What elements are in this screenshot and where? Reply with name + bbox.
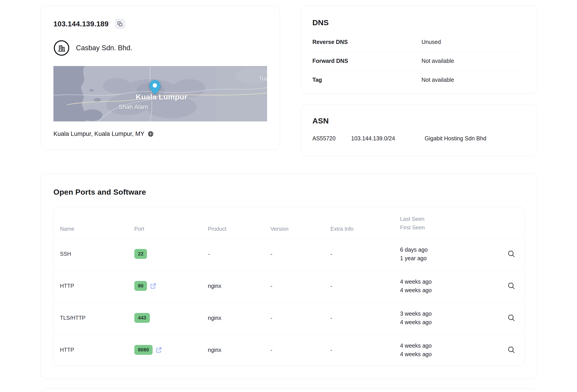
organization-row: Casbay Sdn. Bhd. [53, 40, 267, 56]
search-icon [507, 250, 515, 258]
first-seen-value: 4 weeks ago [400, 286, 498, 295]
dns-row-label: Forward DNS [312, 58, 422, 64]
dns-row-reverse: Reverse DNS Unused [312, 33, 526, 51]
dns-title: DNS [312, 18, 526, 27]
page: 103.144.139.189 Casbay Sdn. Bhd [0, 0, 577, 392]
asn-number: AS55720 [312, 135, 351, 142]
map-label-partial: Trian [259, 76, 267, 82]
header-product: Product [208, 226, 270, 232]
organization-name: Casbay Sdn. Bhd. [76, 44, 132, 52]
version-value: - [270, 315, 330, 321]
inspect-port-button[interactable] [505, 312, 518, 324]
port-row-tls-443: TLS/HTTP 443 nginx - - 3 weeks ago 4 wee… [54, 302, 524, 334]
asn-row: AS55720 103.144.139.0/24 Gigabit Hosting… [312, 135, 526, 142]
external-link-icon [150, 283, 156, 289]
service-name: HTTP [60, 283, 134, 289]
copy-icon [117, 21, 123, 27]
dns-row-label: Reverse DNS [312, 39, 422, 45]
last-seen-value: 4 weeks ago [400, 341, 498, 350]
first-seen-value: 1 year ago [400, 254, 498, 263]
next-card-edge [40, 388, 538, 392]
seen-cell: 3 weeks ago 4 weeks ago [400, 309, 498, 327]
last-seen-value: 6 days ago [400, 245, 498, 254]
ip-address: 103.144.139.189 [53, 20, 109, 28]
port-badge[interactable]: 443 [134, 313, 150, 323]
service-name: SSH [60, 251, 134, 257]
extra-info-value: - [330, 315, 400, 321]
header-first-seen: First Seen [400, 223, 498, 232]
search-icon [507, 282, 515, 290]
product-value: nginx [208, 315, 270, 321]
ip-overview-card: 103.144.139.189 Casbay Sdn. Bhd [40, 5, 280, 150]
search-icon [507, 346, 515, 354]
extra-info-value: - [330, 347, 400, 353]
product-value: nginx [208, 283, 270, 289]
globe-icon [148, 131, 154, 137]
dns-row-value: Not available [422, 77, 454, 83]
header-last-seen: Last Seen [400, 215, 498, 223]
header-seen: Last Seen First Seen [400, 215, 498, 232]
version-value: - [270, 251, 330, 257]
port-badge[interactable]: 8080 [134, 345, 153, 355]
inspect-port-button[interactable] [505, 344, 518, 356]
last-seen-value: 3 weeks ago [400, 309, 498, 318]
dns-row-forward: Forward DNS Not available [312, 51, 526, 70]
asn-title: ASN [312, 116, 526, 125]
location-row: Kuala Lumpur, Kuala Lumpur, MY [53, 131, 267, 137]
dns-row-tag: Tag Not available [312, 70, 526, 89]
search-icon [507, 314, 515, 322]
port-row-ssh-22: SSH 22 - - - 6 days ago 1 year ago [54, 238, 524, 270]
dns-row-value: Unused [422, 39, 441, 45]
first-seen-value: 4 weeks ago [400, 350, 498, 359]
extra-info-value: - [330, 251, 400, 257]
seen-cell: 4 weeks ago 4 weeks ago [400, 341, 498, 359]
external-link-icon [156, 347, 162, 353]
inspect-port-button[interactable] [505, 280, 518, 292]
open-port-link-button[interactable] [150, 283, 156, 289]
dns-table: Reverse DNS Unused Forward DNS Not avail… [312, 33, 526, 89]
port-row-http-8080: HTTP 8080 nginx - - 4 weeks ago [54, 334, 524, 366]
port-badge[interactable]: 80 [134, 281, 147, 291]
map-pin-icon [149, 80, 160, 94]
version-value: - [270, 347, 330, 353]
port-row-http-80: HTTP 80 nginx - - 4 weeks ago [54, 270, 524, 302]
location-text: Kuala Lumpur, Kuala Lumpur, MY [53, 131, 144, 137]
header-version: Version [270, 226, 330, 232]
header-extra-info: Extra Info [330, 226, 400, 232]
service-name: HTTP [60, 347, 134, 353]
first-seen-value: 4 weeks ago [400, 318, 498, 327]
seen-cell: 4 weeks ago 4 weeks ago [400, 277, 498, 295]
open-ports-title: Open Ports and Software [53, 188, 525, 196]
map-label-shah-alam: Shah Alam [119, 104, 148, 111]
dns-card: DNS Reverse DNS Unused Forward DNS Not a… [300, 5, 538, 94]
header-name: Name [60, 226, 134, 232]
extra-info-value: - [330, 283, 400, 289]
asn-prefix: 103.144.139.0/24 [351, 135, 425, 142]
ip-row: 103.144.139.189 [53, 19, 267, 29]
inspect-port-button[interactable] [505, 248, 518, 260]
ports-table-header: Name Port Product Version Extra Info Las… [54, 207, 524, 238]
organization-icon [53, 40, 70, 56]
copy-ip-button[interactable] [115, 19, 125, 29]
location-map[interactable]: Kuala Lumpur Shah Alam Trian [53, 66, 267, 121]
open-port-link-button[interactable] [156, 347, 162, 353]
product-value: nginx [208, 347, 270, 353]
map-label-kuala-lumpur: Kuala Lumpur [136, 93, 187, 101]
open-ports-card: Open Ports and Software Name Port Produc… [40, 173, 538, 379]
dns-row-value: Not available [422, 58, 454, 64]
port-badge[interactable]: 22 [134, 249, 147, 259]
seen-cell: 6 days ago 1 year ago [400, 245, 498, 263]
asn-card: ASN AS55720 103.144.139.0/24 Gigabit Hos… [300, 104, 538, 156]
service-name: TLS/HTTP [60, 315, 134, 321]
product-value: - [208, 251, 270, 257]
dns-row-label: Tag [312, 77, 422, 83]
ports-table: Name Port Product Version Extra Info Las… [53, 207, 525, 366]
asn-organization: Gigabit Hosting Sdn Bhd [425, 135, 526, 142]
version-value: - [270, 283, 330, 289]
header-port: Port [134, 226, 208, 232]
last-seen-value: 4 weeks ago [400, 277, 498, 286]
